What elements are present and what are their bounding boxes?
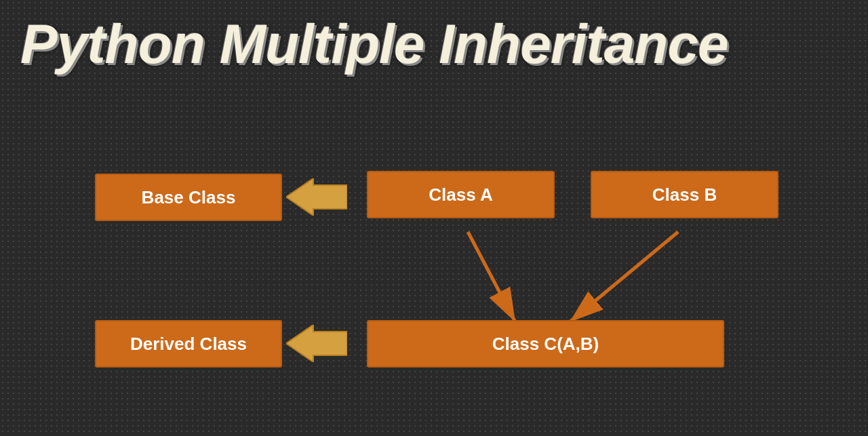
- base-class-box: Base Class: [95, 174, 282, 221]
- class-b-label: Class B: [652, 184, 717, 205]
- arrow-derived-class: [286, 325, 347, 362]
- base-class-label: Base Class: [142, 187, 236, 208]
- class-c-box: Class C(A,B): [367, 320, 724, 368]
- class-c-label: Class C(A,B): [492, 334, 599, 355]
- derived-class-box: Derived Class: [95, 320, 282, 368]
- svg-line-2: [570, 232, 678, 322]
- derived-class-label: Derived Class: [130, 334, 247, 355]
- svg-marker-4: [286, 325, 347, 362]
- class-a-box: Class A: [367, 171, 555, 218]
- arrow-base-class: [286, 178, 347, 216]
- page-title: Python Multiple Inheritance: [20, 12, 728, 76]
- class-a-label: Class A: [429, 184, 492, 205]
- svg-marker-3: [286, 178, 347, 216]
- svg-line-1: [468, 232, 515, 322]
- class-b-box: Class B: [591, 171, 778, 218]
